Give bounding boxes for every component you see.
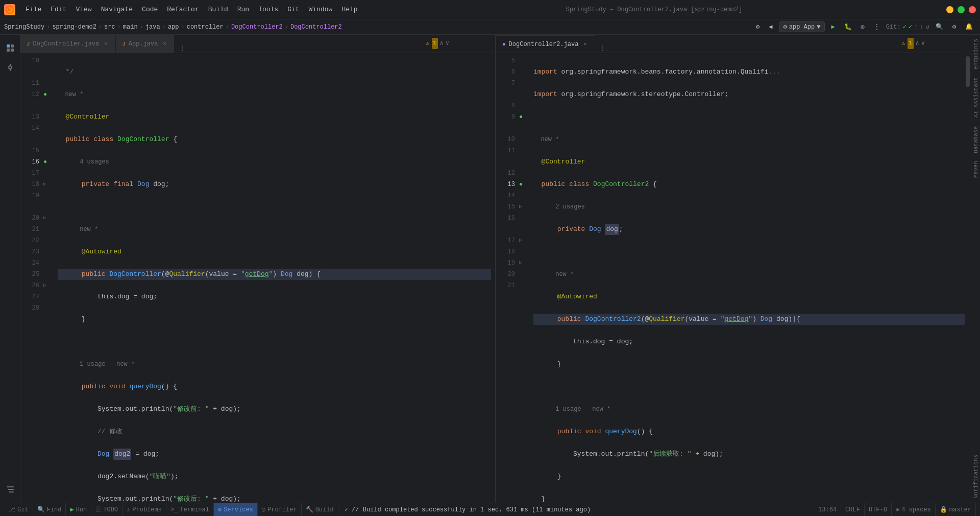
breadcrumb-main[interactable]: main [123, 24, 138, 31]
sidebar-icon-structure[interactable] [1, 480, 19, 499]
code-line: new * [58, 89, 491, 100]
status-encoding[interactable]: UTF-8 [865, 503, 892, 517]
status-terminal[interactable]: >_ Terminal [166, 503, 214, 517]
breadcrumb-src[interactable]: src [104, 24, 115, 31]
menu-refactor[interactable]: Refactor [163, 4, 203, 15]
code-line: System.out.println("修改前: " + dog); [58, 404, 491, 415]
menu-edit[interactable]: Edit [46, 4, 70, 15]
status-git[interactable]: ⎇ Git [4, 503, 33, 517]
status-vcs[interactable]: 🔒 master [936, 503, 976, 517]
menu-git[interactable]: Git [283, 4, 303, 15]
code-line-active: public DogController2(@Qualifier(value =… [533, 314, 967, 325]
tab-menu-left[interactable]: ⋮ [175, 44, 190, 53]
status-problems[interactable]: ⚠ Problems [122, 503, 166, 517]
right-scrollbar[interactable] [965, 53, 971, 503]
git-push-icon[interactable]: ↑ [914, 24, 918, 31]
find-icon: 🔍 [37, 506, 45, 513]
status-line-ending[interactable]: CRLF [841, 503, 865, 517]
code-line: private Dog dog; [533, 224, 967, 235]
tab-dogcontroller2[interactable]: ● DogController2.java × [496, 35, 595, 53]
breadcrumb-controller[interactable]: controller [187, 24, 224, 31]
tab-close-dogcontroller[interactable]: × [102, 40, 109, 48]
menu-file[interactable]: File [21, 4, 45, 15]
status-find-label: Find [47, 506, 62, 513]
left-code-content: */ new * @Controller public class DogCon… [54, 53, 495, 503]
code-line: import org.springframework.beans.factory… [533, 66, 967, 78]
menu-window[interactable]: Window [305, 4, 337, 15]
svg-rect-8 [7, 486, 14, 487]
minimize-button[interactable] [946, 6, 953, 13]
status-build[interactable]: 🔨 Build [302, 503, 338, 517]
menu-build[interactable]: Build [204, 4, 232, 15]
svg-point-5 [9, 66, 12, 69]
editor-area: J DogController.java × J App.java × ⋮ 10 [20, 35, 971, 503]
git-more-icon[interactable]: ↺ [926, 23, 929, 31]
vcs-button[interactable]: ⚙ [753, 22, 763, 32]
code-line: public class DogController { [58, 134, 491, 145]
tab-app[interactable]: J App.java × [116, 35, 175, 53]
menu-navigate[interactable]: Navigate [97, 4, 137, 15]
right-editor-panel: ● DogController2.java × ⋮ 5 6 7 · 8 9 [496, 35, 971, 503]
sidebar-item-database[interactable]: Database [971, 122, 981, 157]
status-find[interactable]: 🔍 Find [33, 503, 66, 517]
status-indent[interactable]: ⊞ 4 spaces [892, 503, 936, 517]
tab-icon-dogcontroller: J [27, 41, 30, 47]
code-line: dog2.setName("喵喵"); [58, 471, 491, 482]
coverage-button[interactable]: ◎ [858, 22, 868, 32]
sidebar-item-notifications[interactable]: Notifications [971, 451, 981, 503]
menu-tools[interactable]: Tools [254, 4, 282, 15]
breadcrumb-member[interactable]: DogController2 [290, 24, 342, 31]
breadcrumb-project[interactable]: SpringStudy [4, 24, 44, 31]
breadcrumb-class[interactable]: DogController2 [231, 24, 283, 31]
breadcrumb-module[interactable]: spring-demo2 [52, 24, 96, 31]
build-status-dot: ✓ [345, 506, 348, 513]
code-line: // 修改 [58, 426, 491, 437]
sidebar-icon-project[interactable] [1, 39, 19, 57]
right-code-editor[interactable]: 5 6 7 · 8 9 · 10 11 · 12 13 14 15 [496, 53, 971, 503]
sidebar-item-endpoints[interactable]: Endpoints [971, 35, 981, 73]
breadcrumb-java[interactable]: java [145, 24, 160, 31]
code-line: private final Dog dog; [58, 179, 491, 190]
status-todo[interactable]: ☰ TODO [91, 503, 122, 517]
breadcrumb-app[interactable]: app [168, 24, 179, 31]
status-profiler[interactable]: ◎ Profiler [258, 503, 302, 517]
menu-code[interactable]: Code [138, 4, 162, 15]
menu-view[interactable]: View [71, 4, 95, 15]
svg-rect-2 [11, 44, 14, 48]
svg-rect-1 [7, 44, 10, 48]
status-position[interactable]: 13:64 [814, 503, 841, 517]
maximize-button[interactable] [958, 6, 965, 13]
terminal-icon: >_ [170, 506, 178, 513]
right-gutter: ● ● ▷ ▷ [519, 53, 529, 503]
tab-menu-right[interactable]: ⋮ [595, 44, 610, 53]
status-services[interactable]: ⚙ Services [214, 503, 258, 517]
close-button[interactable] [969, 6, 976, 13]
code-line: this.dog = dog; [533, 336, 967, 347]
left-code-editor[interactable]: 10 · 11 12 · 13 14 · 15 16 17 18 19 · [20, 53, 495, 503]
more-run-button[interactable]: ⋮ [871, 22, 883, 32]
status-run[interactable]: ▶ Run [66, 503, 91, 517]
tab-close-dogcontroller2[interactable]: × [581, 41, 589, 48]
code-line [58, 201, 491, 213]
tab-close-app[interactable]: × [161, 40, 168, 48]
back-button[interactable]: ◀ [766, 22, 775, 32]
encoding-text: UTF-8 [869, 506, 887, 513]
settings-button[interactable]: ⚙ [949, 22, 959, 32]
run-button[interactable]: ▶ [828, 22, 838, 32]
debug-button[interactable]: 🐛 [841, 22, 855, 32]
run-config[interactable]: ⚙ app App ▼ [779, 21, 825, 32]
code-line: 2 usages [533, 201, 967, 213]
status-profiler-label: Profiler [267, 506, 297, 513]
git-label: Git: [886, 24, 901, 31]
git-area: Git: ✓ ✓ ↑ ↓ ↺ [886, 23, 929, 31]
notifications-button[interactable]: 🔔 [962, 22, 976, 32]
code-line: this.dog = dog; [58, 291, 491, 302]
sidebar-icon-commit[interactable] [1, 58, 19, 77]
sidebar-item-ai-assistant[interactable]: AI Assistant [971, 73, 981, 122]
menu-help[interactable]: Help [337, 4, 361, 15]
tab-dogcontroller[interactable]: J DogController.java × [20, 35, 116, 53]
search-everywhere-button[interactable]: 🔍 [933, 22, 946, 32]
git-pull-icon[interactable]: ↓ [920, 24, 923, 31]
menu-run[interactable]: Run [233, 4, 253, 15]
sidebar-item-maven[interactable]: Maven [971, 157, 981, 182]
